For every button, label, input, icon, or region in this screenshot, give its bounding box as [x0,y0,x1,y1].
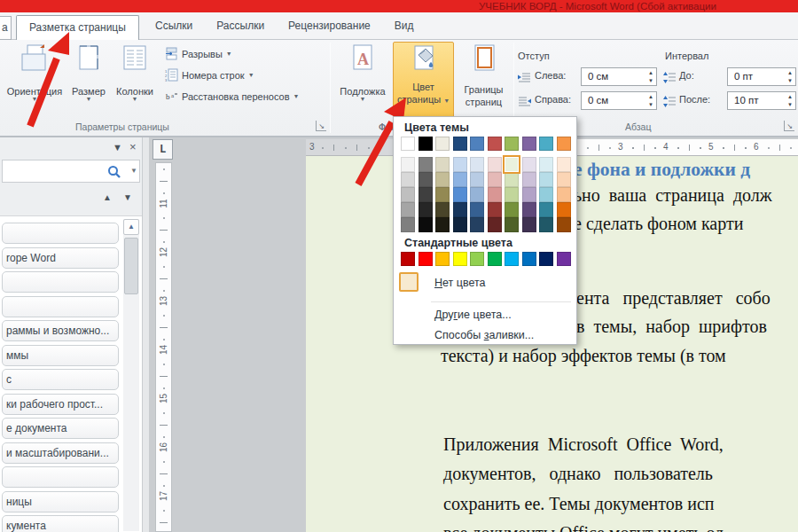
columns-button[interactable]: Колонки ▼ [110,43,160,118]
standard-color-swatch[interactable] [419,252,433,266]
theme-variant-swatch[interactable] [470,202,484,217]
orientation-button[interactable]: Ориентация ▼ [3,43,66,118]
standard-color-swatch[interactable] [539,252,553,266]
theme-variant-swatch[interactable] [470,187,484,202]
theme-variant-swatch[interactable] [401,202,415,217]
theme-variant-swatch[interactable] [401,217,415,232]
nav-heading-item[interactable] [2,223,119,244]
theme-variant-swatch[interactable] [488,187,502,202]
tab-selector-button[interactable]: L [153,139,173,160]
theme-variant-swatch[interactable] [401,172,415,187]
theme-variant-swatch[interactable] [419,202,433,217]
theme-variant-swatch[interactable] [488,202,502,217]
nav-heading-item[interactable]: и масштабировани... [2,442,119,464]
scroll-up-icon[interactable]: ▲ [123,219,139,235]
breaks-button[interactable]: Разрывы ▼ [165,47,232,60]
theme-variant-swatch[interactable] [557,187,571,202]
theme-variant-swatch[interactable] [557,202,571,217]
pane-close-icon[interactable]: × [129,140,137,153]
fill-effects-item[interactable]: Способы заливки... [394,325,576,345]
theme-variant-swatch[interactable] [453,217,467,232]
page-setup-dialog-launcher[interactable]: ↘ [316,121,326,131]
theme-color-swatch[interactable] [505,137,519,151]
search-input[interactable]: ▼ [2,160,140,183]
theme-color-swatch[interactable] [435,137,450,151]
theme-color-swatch[interactable] [453,137,467,151]
theme-color-swatch[interactable] [539,137,553,151]
watermark-button[interactable]: A Подложка ▼ [335,43,390,118]
theme-variant-swatch[interactable] [419,157,433,172]
theme-variant-swatch[interactable] [435,202,450,217]
tab-home-partial[interactable]: а [0,16,12,40]
scrollbar-thumb[interactable] [124,238,138,294]
spacing-before-spinner[interactable]: 0 пт ▲▼ [727,67,796,86]
nav-heading-item[interactable]: ки рабочего прост... [2,394,119,415]
theme-color-swatch[interactable] [470,137,484,151]
pane-splitter[interactable] [142,137,149,532]
theme-variant-swatch[interactable] [539,202,553,217]
theme-variant-swatch[interactable] [401,187,415,202]
standard-color-swatch[interactable] [435,252,450,266]
theme-variant-swatch[interactable] [522,157,536,172]
indent-left-spinner[interactable]: 0 см ▲▼ [581,67,657,86]
nav-heading-item[interactable] [2,466,119,488]
theme-variant-swatch[interactable] [539,187,553,202]
spinner-arrows-icon[interactable]: ▲▼ [787,93,793,109]
nav-scrollbar[interactable]: ▲ [123,219,139,531]
theme-variant-swatch[interactable] [505,202,519,217]
theme-color-swatch[interactable] [419,137,433,151]
nav-heading-item[interactable] [2,296,119,317]
previous-result-icon[interactable]: ▲ [103,192,112,202]
nav-heading-item[interactable]: rope Word [2,247,119,269]
standard-color-swatch[interactable] [488,252,502,266]
standard-color-swatch[interactable] [522,252,536,266]
theme-variant-swatch[interactable] [470,217,484,232]
nav-heading-item[interactable]: ницы [2,491,119,512]
search-options-chevron-icon[interactable]: ▼ [130,167,137,175]
nav-heading-item[interactable]: кумента [2,515,119,532]
theme-variant-swatch[interactable] [539,217,553,232]
theme-variant-swatch[interactable] [470,157,484,172]
spacing-after-spinner[interactable]: 10 пт ▲▼ [727,91,796,110]
theme-variant-swatch[interactable] [522,217,536,232]
theme-variant-swatch[interactable] [435,172,450,187]
theme-variant-swatch[interactable] [435,157,450,172]
theme-variant-swatch[interactable] [539,172,553,187]
pane-menu-chevron-icon[interactable]: ▼ [113,142,122,153]
tab-page-layout[interactable]: Разметка страницы [16,15,139,41]
theme-variant-swatch[interactable] [488,217,502,232]
tab-Вид[interactable]: Вид [395,20,414,32]
theme-color-swatch[interactable] [557,137,571,151]
theme-variant-swatch[interactable] [419,187,433,202]
theme-variant-swatch[interactable] [453,202,467,217]
theme-variant-swatch[interactable] [557,157,571,172]
standard-color-swatch[interactable] [470,252,484,266]
theme-variant-swatch[interactable] [470,172,484,187]
selected-variant-swatch[interactable] [505,157,519,172]
page-borders-button[interactable]: Границы страниц [456,43,512,118]
size-button[interactable]: Размер ▼ [67,43,110,118]
theme-variant-swatch[interactable] [453,187,467,202]
spinner-arrows-icon[interactable]: ▲▼ [787,69,793,85]
theme-variant-swatch[interactable] [505,172,519,187]
page-color-button[interactable]: Цвет страницы ▼ [393,42,454,118]
theme-variant-swatch[interactable] [401,157,415,172]
theme-color-swatch[interactable] [488,137,502,151]
theme-variant-swatch[interactable] [488,157,502,172]
next-result-icon[interactable]: ▼ [123,192,132,202]
standard-color-swatch[interactable] [505,252,519,266]
no-color-item[interactable]: Нет цвета [394,270,576,296]
paragraph-dialog-launcher[interactable]: ↘ [784,121,794,131]
nav-heading-item[interactable] [2,271,119,293]
more-colors-item[interactable]: Другие цвета... [394,304,576,325]
spinner-arrows-icon[interactable]: ▲▼ [648,93,653,109]
standard-color-swatch[interactable] [557,252,571,266]
theme-variant-swatch[interactable] [522,202,536,217]
tab-Ссылки[interactable]: Ссылки [155,20,192,32]
hyphenation-button[interactable]: b a Расстановка переносов ▼ [165,90,299,103]
theme-variant-swatch[interactable] [453,172,467,187]
tab-Рассылки[interactable]: Рассылки [216,20,264,32]
nav-heading-item[interactable]: е документа [2,418,119,439]
theme-variant-swatch[interactable] [522,187,536,202]
theme-variant-swatch[interactable] [505,217,519,232]
